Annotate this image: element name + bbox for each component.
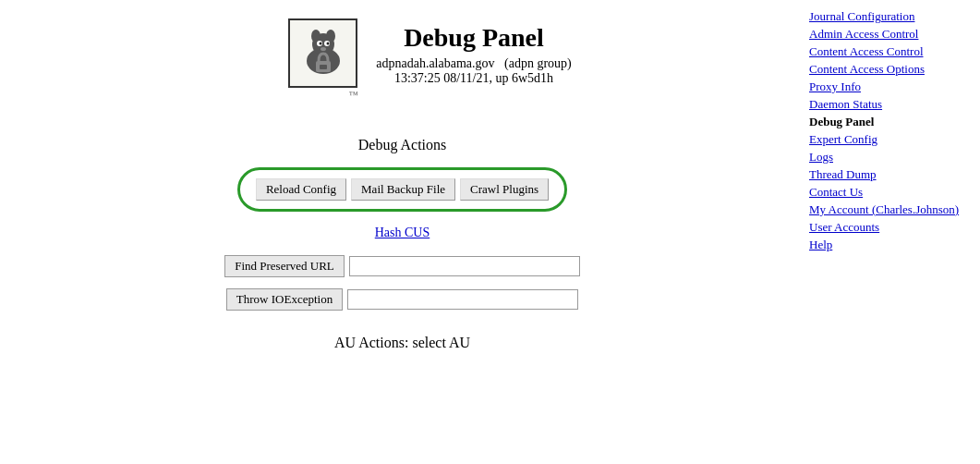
sidebar-item-proxy-info[interactable]: Proxy Info bbox=[809, 79, 971, 94]
main-content: ™ Debug Panel adpnadah.alabama.gov (adpn… bbox=[0, 0, 805, 464]
find-preserved-url-input[interactable] bbox=[349, 256, 580, 276]
svg-rect-10 bbox=[320, 65, 327, 69]
hash-cus-link[interactable]: Hash CUS bbox=[375, 226, 430, 240]
throw-ioexception-button[interactable]: Throw IOException bbox=[226, 288, 343, 311]
trademark-symbol: ™ bbox=[348, 90, 357, 100]
find-preserved-url-button[interactable]: Find Preserved URL bbox=[224, 255, 345, 277]
throw-ioexception-input[interactable] bbox=[347, 289, 578, 310]
sidebar-item-my-account[interactable]: My Account (Charles.Johnson) bbox=[809, 202, 971, 217]
svg-point-7 bbox=[326, 42, 329, 44]
sidebar-item-expert-config[interactable]: Expert Config bbox=[809, 132, 971, 147]
group-name: (adpn group) bbox=[504, 56, 572, 70]
sidebar-item-content-access-options[interactable]: Content Access Options bbox=[809, 62, 971, 77]
logo-area: ™ bbox=[288, 18, 357, 100]
server-info: adpnadah.alabama.gov (adpn group) bbox=[376, 56, 571, 71]
mail-backup-file-button[interactable]: Mail Backup File bbox=[351, 178, 455, 201]
content-area: Debug Actions Reload Config Mail Backup … bbox=[0, 137, 805, 351]
reload-config-button[interactable]: Reload Config bbox=[256, 178, 346, 201]
sidebar-item-admin-access-control[interactable]: Admin Access Control bbox=[809, 27, 971, 42]
sidebar-item-user-accounts[interactable]: User Accounts bbox=[809, 220, 971, 235]
sidebar-item-content-access-control[interactable]: Content Access Control bbox=[809, 44, 971, 59]
svg-point-6 bbox=[319, 42, 321, 44]
nav-list: Journal ConfigurationAdmin Access Contro… bbox=[809, 9, 971, 252]
sidebar: Journal ConfigurationAdmin Access Contro… bbox=[805, 0, 980, 464]
sidebar-item-daemon-status[interactable]: Daemon Status bbox=[809, 97, 971, 112]
sidebar-item-journal-configuration[interactable]: Journal Configuration bbox=[809, 9, 971, 24]
throw-ioexception-row: Throw IOException bbox=[226, 288, 578, 311]
au-actions-title: AU Actions: select AU bbox=[334, 335, 470, 351]
page-wrapper: ™ Debug Panel adpnadah.alabama.gov (adpn… bbox=[0, 0, 980, 464]
sidebar-item-help[interactable]: Help bbox=[809, 238, 971, 252]
time-info: 13:37:25 08/11/21, up 6w5d1h bbox=[376, 71, 571, 86]
lockss-logo bbox=[288, 18, 357, 88]
find-preserved-url-row: Find Preserved URL bbox=[224, 255, 580, 277]
page-title: Debug Panel bbox=[376, 23, 571, 53]
header-section: ™ Debug Panel adpnadah.alabama.gov (adpn… bbox=[0, 18, 805, 100]
server-name: adpnadah.alabama.gov bbox=[376, 56, 494, 70]
debug-actions-group: Reload Config Mail Backup File Crawl Plu… bbox=[237, 167, 567, 212]
sidebar-item-debug-panel: Debug Panel bbox=[809, 115, 971, 129]
svg-point-2 bbox=[311, 30, 321, 43]
sidebar-item-logs[interactable]: Logs bbox=[809, 150, 971, 165]
debug-actions-title: Debug Actions bbox=[358, 137, 447, 153]
crawl-plugins-button[interactable]: Crawl Plugins bbox=[460, 178, 549, 201]
logo-svg bbox=[296, 26, 351, 81]
svg-point-8 bbox=[321, 47, 326, 51]
svg-point-3 bbox=[326, 30, 335, 43]
title-area: Debug Panel adpnadah.alabama.gov (adpn g… bbox=[376, 18, 571, 86]
sidebar-item-thread-dump[interactable]: Thread Dump bbox=[809, 167, 971, 182]
sidebar-item-contact-us[interactable]: Contact Us bbox=[809, 185, 971, 200]
